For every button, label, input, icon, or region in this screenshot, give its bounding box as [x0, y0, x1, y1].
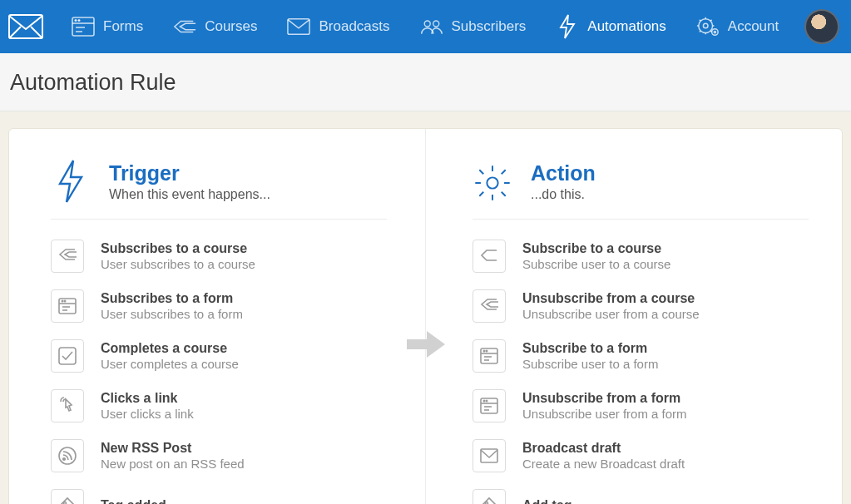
option-title: Subscribes to a form: [101, 290, 243, 307]
check-icon: [51, 339, 84, 373]
svg-rect-37: [481, 449, 497, 462]
automation-card: Trigger When this event happens... Subsc…: [8, 128, 843, 504]
tag-icon: [51, 489, 84, 504]
svg-point-9: [433, 21, 438, 27]
option-subtitle: New post on an RSS feed: [101, 457, 245, 472]
svg-point-34: [486, 400, 487, 401]
form-icon: [473, 339, 506, 373]
account-icon: [696, 15, 720, 38]
option-title: Subscribe to a form: [522, 340, 658, 357]
nav-automations[interactable]: Automations: [546, 10, 676, 43]
svg-rect-7: [288, 19, 309, 35]
svg-point-3: [75, 20, 77, 22]
nav-forms[interactable]: Forms: [62, 10, 153, 43]
pointer-icon: [51, 389, 84, 422]
svg-point-17: [64, 300, 65, 301]
nav-subscribers[interactable]: Subscribers: [410, 10, 537, 43]
svg-point-28: [486, 350, 487, 351]
rss-icon: [51, 439, 84, 472]
svg-point-27: [483, 350, 484, 351]
automations-icon: [556, 15, 579, 38]
trigger-option[interactable]: Clicks a linkUser clicks a link: [51, 381, 387, 431]
arrow-icon: [407, 329, 445, 363]
action-panel: Action ...do this. Subscribe to a course…: [426, 129, 842, 504]
trigger-title: Trigger: [109, 162, 270, 185]
option-title: Subscribe to a course: [522, 240, 670, 257]
option-subtitle: Subscribe user to a course: [522, 257, 670, 273]
subscribers-icon: [420, 15, 443, 38]
page-title: Automation Rule: [10, 70, 841, 96]
svg-point-24: [487, 177, 497, 188]
option-subtitle: User completes a course: [101, 357, 239, 373]
trigger-icon: [51, 159, 91, 205]
trigger-panel: Trigger When this event happens... Subsc…: [9, 129, 426, 504]
action-icon: [473, 159, 512, 205]
option-subtitle: User clicks a link: [101, 407, 194, 422]
action-option[interactable]: Unsubscribe from a formUnsubscribe user …: [473, 381, 809, 431]
trigger-option[interactable]: Tag added: [51, 481, 387, 504]
page-header: Automation Rule: [0, 53, 851, 111]
option-subtitle: Unsubscribe user from a course: [522, 307, 700, 323]
svg-point-10: [699, 19, 713, 33]
nav-label: Forms: [103, 18, 143, 35]
nav-broadcasts[interactable]: Broadcasts: [277, 10, 399, 43]
tag-icon: [473, 489, 506, 504]
svg-point-11: [703, 23, 708, 28]
svg-point-16: [62, 300, 62, 301]
trigger-list: Subscribes to a courseUser subscribes to…: [51, 231, 387, 504]
form-icon: [473, 389, 506, 422]
svg-point-13: [714, 31, 715, 32]
logo[interactable]: [8, 13, 43, 40]
nav-account[interactable]: Account: [686, 10, 789, 43]
broadcasts-icon: [287, 15, 310, 38]
form-icon: [51, 289, 84, 323]
trigger-option[interactable]: Subscribes to a courseUser subscribes to…: [51, 231, 387, 281]
nav-label: Automations: [587, 18, 666, 35]
action-subtitle: ...do this.: [531, 187, 596, 202]
nav-label: Courses: [205, 18, 257, 35]
option-subtitle: Subscribe user to a form: [522, 357, 658, 373]
svg-point-33: [483, 400, 484, 401]
option-title: Unsubscribe from a form: [522, 390, 687, 407]
svg-point-8: [424, 21, 430, 27]
action-option[interactable]: Add tag: [473, 481, 809, 504]
trigger-subtitle: When this event happens...: [109, 187, 270, 202]
action-option[interactable]: Subscribe to a courseSubscribe user to a…: [473, 231, 809, 281]
svg-point-22: [63, 458, 66, 461]
courses-icon: [173, 15, 196, 38]
option-subtitle: Unsubscribe user from a form: [522, 407, 687, 422]
action-option[interactable]: Broadcast draftCreate a new Broadcast dr…: [473, 431, 809, 481]
trigger-option[interactable]: Subscribes to a formUser subscribes to a…: [51, 281, 387, 331]
action-list: Subscribe to a courseSubscribe user to a…: [473, 231, 809, 504]
option-title: Add tag: [522, 497, 572, 504]
option-subtitle: User subscribes to a course: [101, 257, 255, 273]
svg-point-12: [711, 29, 717, 35]
mail-icon: [473, 439, 506, 472]
svg-rect-0: [9, 15, 42, 38]
option-title: Subscribes to a course: [101, 240, 255, 257]
action-title: Action: [531, 162, 596, 185]
option-title: Tag added: [101, 497, 166, 504]
svg-point-4: [78, 20, 80, 22]
option-title: Unsubscribe from a course: [522, 290, 700, 307]
trigger-option[interactable]: New RSS PostNew post on an RSS feed: [51, 431, 387, 481]
reply-icon: [473, 240, 506, 273]
option-subtitle: Create a new Broadcast draft: [522, 457, 685, 472]
avatar[interactable]: [804, 9, 839, 44]
action-option[interactable]: Unsubscribe from a courseUnsubscribe use…: [473, 281, 809, 331]
option-title: Broadcast draft: [522, 440, 685, 457]
option-title: Clicks a link: [101, 390, 194, 407]
option-title: New RSS Post: [101, 440, 245, 457]
action-option[interactable]: Subscribe to a formSubscribe user to a f…: [473, 331, 809, 381]
reply-all-icon: [473, 289, 506, 323]
nav-label: Account: [728, 18, 779, 35]
nav-label: Subscribers: [452, 18, 527, 35]
nav-courses[interactable]: Courses: [163, 10, 267, 43]
mail-logo-icon: [8, 14, 43, 39]
svg-point-21: [59, 447, 76, 464]
top-nav: Forms Courses Broadcasts Subscribers: [0, 0, 851, 53]
trigger-option[interactable]: Completes a courseUser completes a cours…: [51, 331, 387, 381]
option-subtitle: User subscribes to a form: [101, 307, 243, 323]
svg-rect-20: [59, 348, 76, 364]
option-title: Completes a course: [101, 340, 239, 357]
